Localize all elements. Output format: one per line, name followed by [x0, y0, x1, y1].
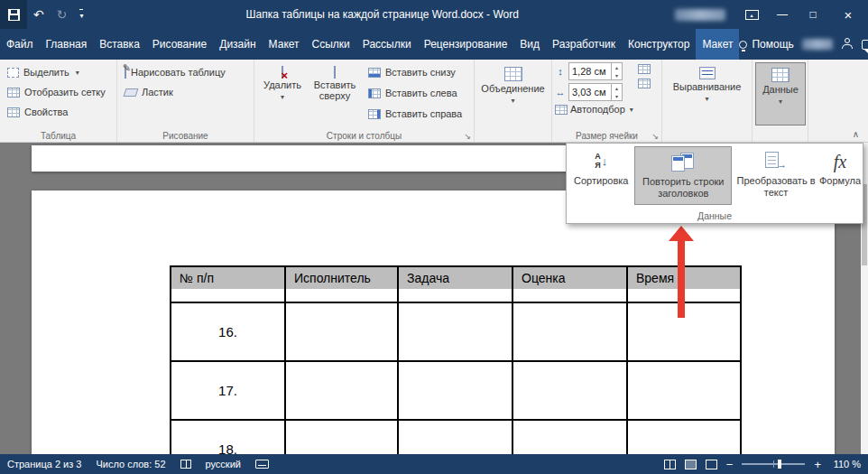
view-gridlines-button[interactable]: Отобразить сетку [3, 82, 114, 102]
table-row: 18. [171, 420, 741, 454]
zoom-level[interactable]: 110 % [830, 459, 861, 469]
alignment-button[interactable]: Выравнивание ▾ [675, 62, 740, 125]
table-header-cell[interactable]: Задача [398, 266, 512, 302]
tab-table-layout[interactable]: Макет [696, 29, 739, 60]
merge-button[interactable]: Объединение ▾ [488, 62, 539, 125]
select-button[interactable]: Выделить ▾ [3, 62, 114, 82]
chevron-down-icon: ▾ [779, 97, 782, 107]
table-cell[interactable]: 18. [171, 420, 285, 454]
spinner-down-icon[interactable]: ▾ [612, 71, 622, 79]
tab-design[interactable]: Дизайн [213, 29, 262, 60]
table-cell[interactable] [512, 302, 627, 361]
select-label: Выделить [23, 67, 69, 78]
zoom-slider-thumb[interactable] [778, 460, 781, 469]
table-cell[interactable] [398, 361, 512, 420]
table-cell[interactable] [285, 361, 398, 420]
table-header-row: № п/п Исполнитель Задача Оценка Время [171, 266, 741, 302]
insert-left-label: Вставить слева [385, 88, 457, 98]
web-layout-icon[interactable] [706, 460, 717, 469]
tab-help[interactable]: Помощь [739, 38, 793, 51]
properties-button[interactable]: Свойства [3, 102, 114, 122]
table-cell[interactable] [512, 420, 627, 454]
table-cell[interactable] [627, 361, 741, 420]
spinner-down-icon[interactable]: ▾ [612, 92, 622, 100]
undo-button[interactable]: ↶ [27, 0, 51, 29]
table-cell[interactable]: 17. [171, 361, 285, 420]
customize-qat-button[interactable]: ▾ [73, 0, 89, 29]
tab-file[interactable]: Файл [0, 29, 40, 60]
merge-cells-icon [504, 67, 522, 81]
language-indicator[interactable]: русский [206, 459, 241, 469]
page-indicator[interactable]: Страница 2 из 3 [7, 459, 81, 469]
table-header-cell[interactable]: № п/п [171, 266, 285, 302]
tab-mailings[interactable]: Рассылки [356, 29, 418, 60]
insert-above-button[interactable]: Вставить сверху [309, 62, 360, 125]
table-cell[interactable] [398, 302, 512, 361]
table-header-cell[interactable]: Оценка [512, 266, 627, 302]
convert-to-text-icon: → [765, 152, 787, 172]
collapse-ribbon-button[interactable]: ∧ [853, 129, 859, 139]
autofit-button[interactable]: Автоподбор ▾ [555, 104, 633, 115]
repeat-header-rows-button[interactable]: Повторить строки заголовков [634, 146, 732, 205]
save-icon [8, 9, 20, 21]
column-width-spinner[interactable]: ▴▾ [611, 84, 622, 100]
proofing-icon[interactable] [180, 460, 191, 469]
row-height-input[interactable]: 1,28 см ▴▾ [568, 62, 623, 80]
maximize-button[interactable]: □ [798, 0, 828, 29]
read-mode-icon[interactable] [664, 460, 676, 469]
insert-below-button[interactable]: Вставить снизу [364, 62, 466, 82]
print-layout-icon[interactable] [685, 460, 697, 469]
tab-draw[interactable]: Рисование [146, 29, 213, 60]
insert-right-button[interactable]: Вставить справа [364, 104, 466, 124]
table-cell[interactable] [285, 302, 398, 361]
distribute-columns-button[interactable] [638, 79, 651, 88]
tab-home[interactable]: Главная [40, 29, 94, 60]
spinner-up-icon[interactable]: ▴ [612, 84, 622, 92]
data-button[interactable]: Данные ▾ [755, 62, 806, 125]
zoom-in-button[interactable]: + [814, 459, 821, 470]
minimize-button[interactable]: — [767, 0, 798, 29]
word-count[interactable]: Число слов: 52 [96, 459, 165, 469]
save-button[interactable] [0, 0, 27, 29]
insert-above-icon [334, 67, 336, 78]
formula-button[interactable]: fx Формула [820, 146, 860, 205]
row-height-spinner[interactable]: ▴▾ [611, 63, 622, 79]
tab-table-design[interactable]: Конструктор [622, 29, 696, 60]
keyboard-icon[interactable] [255, 460, 269, 469]
sort-button[interactable]: АЯ ↓ Сортировка [569, 146, 633, 205]
eraser-button[interactable]: Ластик [120, 82, 251, 102]
table-header-cell[interactable]: Исполнитель [285, 266, 398, 302]
table-cell[interactable] [512, 361, 627, 420]
tab-developer[interactable]: Разработчик [546, 29, 622, 60]
distribute-rows-button[interactable] [638, 64, 651, 74]
table-cell[interactable] [285, 420, 398, 454]
account-icon[interactable] [841, 38, 854, 51]
delete-button[interactable]: × Удалить ▾ [257, 62, 308, 125]
insert-right-label: Вставить справа [385, 108, 462, 119]
tab-review[interactable]: Рецензирование [418, 29, 514, 60]
close-button[interactable]: × [828, 0, 868, 29]
table-cell[interactable] [627, 420, 741, 454]
dialog-launcher-icon[interactable]: ↘ [464, 132, 471, 141]
table-cell[interactable] [398, 420, 512, 454]
tab-references[interactable]: Ссылки [306, 29, 356, 60]
redo-button[interactable]: ↻ [51, 0, 74, 29]
spinner-up-icon[interactable]: ▴ [612, 63, 622, 71]
draw-table-button[interactable]: ✎ Нарисовать таблицу [120, 62, 251, 82]
comments-icon[interactable] [862, 40, 868, 50]
data-icon [771, 68, 790, 82]
tab-layout[interactable]: Макет [263, 29, 306, 60]
dialog-launcher-icon[interactable]: ↘ [651, 132, 659, 141]
convert-to-text-button[interactable]: → Преобразовать в текст [734, 146, 818, 205]
table-cell[interactable]: 16. [171, 302, 285, 361]
tab-insert[interactable]: Вставка [93, 29, 146, 60]
document-table[interactable]: № п/п Исполнитель Задача Оценка Время 16… [170, 265, 742, 454]
insert-left-button[interactable]: Вставить слева [364, 83, 466, 103]
table-row: 17. [171, 361, 741, 420]
page-2[interactable]: № п/п Исполнитель Задача Оценка Время 16… [32, 191, 835, 454]
column-width-input[interactable]: 3,03 см ▴▾ [568, 83, 623, 101]
tab-view[interactable]: Вид [513, 29, 546, 60]
ribbon-display-options-button[interactable]: ▴ [736, 0, 767, 29]
zoom-out-button[interactable]: − [726, 459, 734, 470]
zoom-slider[interactable] [742, 463, 805, 465]
